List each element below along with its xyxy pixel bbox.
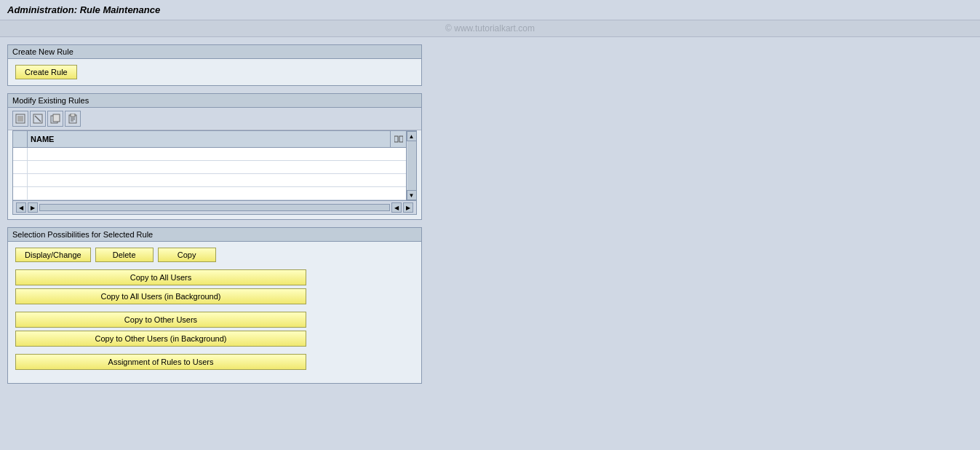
scroll-right-end-arrow[interactable]: ▶ xyxy=(403,202,413,213)
svg-rect-11 xyxy=(394,136,398,142)
assignment-rules-users-button[interactable]: Assignment of Rules to Users xyxy=(15,354,306,370)
horizontal-scrollbar[interactable]: ◀ ▶ ◀ ▶ xyxy=(13,200,416,214)
scroll-left-end-arrow[interactable]: ◀ xyxy=(391,202,402,213)
watermark-text: © www.tutorialkart.com xyxy=(445,23,535,33)
scroll-right-start-arrow[interactable]: ▶ xyxy=(28,202,38,213)
rules-table: NAME xyxy=(12,130,417,215)
create-section-header: Create New Rule xyxy=(8,45,421,59)
copy-other-users-group: Copy to Other Users Copy to Other Users … xyxy=(15,312,414,347)
svg-rect-12 xyxy=(399,136,403,142)
selection-section-label: Selection Possibilities for Selected Rul… xyxy=(12,230,153,239)
toolbar-icon-1 xyxy=(15,114,25,124)
create-section-label: Create New Rule xyxy=(12,47,73,56)
toolbar-btn-2[interactable] xyxy=(30,111,46,127)
toolbar-icon-3 xyxy=(50,114,60,124)
row-checkbox-3[interactable] xyxy=(13,174,28,186)
watermark-bar: © www.tutorialkart.com xyxy=(0,20,980,37)
copy-to-all-users-button[interactable]: Copy to All Users xyxy=(15,269,306,285)
toolbar-btn-3[interactable] xyxy=(47,111,63,127)
delete-button[interactable]: Delete xyxy=(95,248,154,262)
modify-existing-rules-section: Modify Existing Rules xyxy=(7,93,422,220)
title-bar: Administration: Rule Maintenance xyxy=(0,0,980,20)
scroll-left-arrow[interactable]: ◀ xyxy=(16,202,26,213)
modify-toolbar xyxy=(8,108,421,130)
copy-all-users-group: Copy to All Users Copy to All Users (in … xyxy=(15,269,414,304)
row-cell-3 xyxy=(28,174,406,186)
modify-section-label: Modify Existing Rules xyxy=(12,96,89,105)
create-section-content: Create Rule xyxy=(8,59,421,85)
table-column-resize-icon[interactable] xyxy=(390,131,406,147)
modify-section-header: Modify Existing Rules xyxy=(8,94,421,108)
main-content: Create New Rule Create Rule Modify Exist… xyxy=(0,37,980,398)
table-row[interactable] xyxy=(13,148,406,161)
toolbar-btn-1[interactable] xyxy=(12,111,28,127)
create-rule-button[interactable]: Create Rule xyxy=(15,65,77,79)
selection-section-content: Display/Change Delete Copy Copy to All U… xyxy=(8,242,421,383)
copy-to-other-users-bg-button[interactable]: Copy to Other Users (in Background) xyxy=(15,331,306,347)
row-cell-4 xyxy=(28,187,406,200)
row-checkbox-1[interactable] xyxy=(13,148,28,160)
row-cell-1 xyxy=(28,148,406,160)
selection-possibilities-section: Selection Possibilities for Selected Rul… xyxy=(7,227,422,384)
table-row[interactable] xyxy=(13,187,406,200)
create-new-rule-section: Create New Rule Create Rule xyxy=(7,44,422,86)
table-header-checkbox xyxy=(13,131,28,147)
toolbar-btn-4[interactable] xyxy=(65,111,81,127)
svg-line-3 xyxy=(35,116,41,122)
svg-rect-1 xyxy=(17,116,23,122)
table-scroll-area: NAME xyxy=(13,131,416,200)
primary-buttons-row: Display/Change Delete Copy xyxy=(15,248,414,262)
h-scroll-track[interactable] xyxy=(39,204,390,211)
vertical-scrollbar[interactable]: ▲ ▼ xyxy=(406,131,416,200)
table-column-name-header: NAME xyxy=(28,133,390,145)
page-title: Administration: Rule Maintenance xyxy=(7,4,160,15)
selection-section-header: Selection Possibilities for Selected Rul… xyxy=(8,228,421,242)
row-checkbox-4[interactable] xyxy=(13,187,28,200)
copy-to-other-users-button[interactable]: Copy to Other Users xyxy=(15,312,306,328)
display-change-button[interactable]: Display/Change xyxy=(15,248,91,262)
table-header-row: NAME xyxy=(13,131,406,148)
scroll-down-arrow[interactable]: ▼ xyxy=(407,190,417,200)
svg-rect-7 xyxy=(71,114,75,117)
table-row[interactable] xyxy=(13,161,406,174)
scroll-up-arrow[interactable]: ▲ xyxy=(407,131,417,141)
row-checkbox-2[interactable] xyxy=(13,161,28,173)
scroll-thumb[interactable] xyxy=(407,141,416,190)
copy-to-all-users-bg-button[interactable]: Copy to All Users (in Background) xyxy=(15,288,306,304)
toolbar-icon-2 xyxy=(33,114,43,124)
assignment-group: Assignment of Rules to Users xyxy=(15,354,414,370)
table-rows-wrapper: NAME xyxy=(13,131,406,200)
svg-rect-5 xyxy=(53,114,60,122)
table-row[interactable] xyxy=(13,174,406,187)
toolbar-icon-4 xyxy=(68,114,78,124)
row-cell-2 xyxy=(28,161,406,173)
copy-button[interactable]: Copy xyxy=(158,248,216,262)
